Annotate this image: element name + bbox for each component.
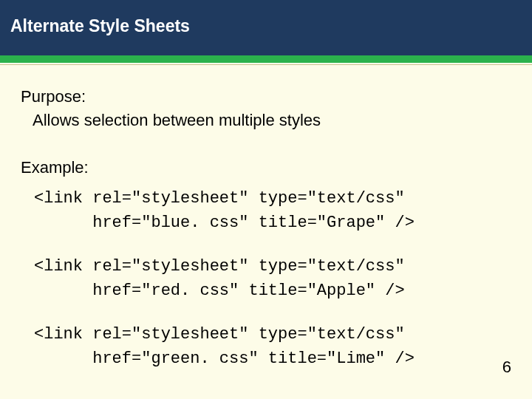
slide-content: Purpose: Allows selection between multip… [0,65,532,371]
code-line: <link rel="stylesheet" type="text/css" [34,257,405,276]
slide-header: Alternate Style Sheets [0,0,532,55]
code-line: <link rel="stylesheet" type="text/css" [34,325,405,344]
divider-green [0,55,532,63]
slide-title: Alternate Style Sheets [10,16,532,36]
page-number: 6 [502,358,511,377]
code-example-3: <link rel="stylesheet" type="text/css" h… [34,322,511,371]
example-label: Example: [21,158,511,177]
code-example-1: <link rel="stylesheet" type="text/css" h… [34,186,511,235]
purpose-text: Allows selection between multiple styles [33,111,511,130]
purpose-label: Purpose: [21,87,511,106]
code-line: href="red. css" title="Apple" /> [34,282,405,300]
code-line: href="blue. css" title="Grape" /> [34,214,415,232]
code-line: href="green. css" title="Lime" /> [34,349,415,368]
code-line: <link rel="stylesheet" type="text/css" [34,189,405,208]
slide: Alternate Style Sheets Purpose: Allows s… [0,0,532,399]
code-example-2: <link rel="stylesheet" type="text/css" h… [34,254,511,303]
